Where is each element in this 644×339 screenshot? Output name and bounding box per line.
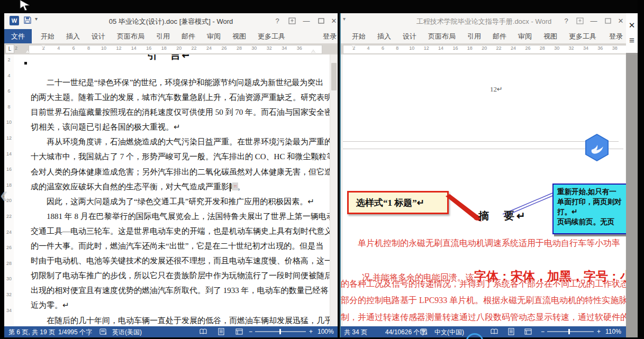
text-line: 的一件大事。而此时，燃油汽车还尚未“出世”，它是在二十世纪初才出现的。但是当	[31, 241, 330, 256]
hanging-indent-marker[interactable]	[25, 50, 30, 53]
ruler-number: 28	[535, 45, 549, 51]
zoom-slider[interactable]	[255, 331, 306, 332]
ruler-number: 2	[4, 57, 14, 73]
zoom-in-button[interactable]: +	[597, 328, 601, 335]
ruler-number: 30	[247, 45, 261, 51]
callout-line: 打。↵	[557, 207, 626, 217]
ruler-number: 24	[4, 230, 14, 245]
print-layout-icon[interactable]	[507, 328, 515, 335]
text-line: 交通工具—电动三轮车。这是世界电动车史的开端，也是机动车辆史上具有划时代意义	[31, 226, 330, 241]
help-icon[interactable]: ?	[560, 16, 572, 26]
zoom-out-button[interactable]: −	[541, 328, 545, 335]
right-document-page[interactable]: 12↵ 选样式“1 标题”↵ 摘 要↵ 重新开始,如只有一单面打印，两页则	[341, 54, 627, 326]
sign-in-link[interactable]: 登录	[609, 32, 623, 41]
back-chevron-icon[interactable]: ‹	[0, 184, 8, 205]
text-line: 目前世界石油蕴藏量按照现在的消耗速度仅可供使用 50 到 70 年。而石油与国家…	[31, 107, 330, 122]
tab-selector[interactable]: L	[5, 44, 14, 53]
ribbon-tab-list[interactable]: 开始插入设计页面布局引用邮件审阅视图更多工具	[346, 29, 602, 43]
right-indent-marker[interactable]	[311, 50, 315, 53]
thunder-download-icon[interactable]	[584, 134, 610, 161]
ribbon-tab: 开始	[35, 29, 60, 43]
left-document-page[interactable]: 引 言↵ 二十一世纪是“绿色环保”的世纪，环境保护和能源节约问题成为新世纪最为突…	[14, 54, 330, 326]
ruler-number: 6	[376, 45, 390, 51]
word-count[interactable]: 1/4995 个字	[58, 328, 92, 337]
zoom-slider-thumb[interactable]	[279, 329, 281, 334]
side-gray-strip	[626, 53, 638, 337]
ruler-number: 10	[96, 45, 111, 51]
svg-text:x: x	[425, 332, 428, 335]
ruler-number: 26	[216, 45, 231, 51]
text-line: 十大城市中，我国就占了 7 个，形势严峻可见一般。汽车排出的 CO、HC 和微尘…	[31, 152, 330, 167]
ribbon-tab: 邮件	[176, 29, 201, 43]
zoom-percentage[interactable]: 110%	[605, 328, 621, 335]
minimize-button[interactable]: —	[588, 16, 600, 26]
ribbon-tab-list[interactable]: 开始插入设计页面布局引用邮件审阅视图更多工具	[35, 29, 291, 43]
ruler-number: 26	[4, 245, 14, 261]
web-layout-icon[interactable]	[524, 328, 532, 335]
ruler-numbers: 24681012141618202224262830323436	[36, 45, 307, 51]
minimize-button[interactable]: —	[301, 16, 312, 26]
ribbon-display-options-icon[interactable]	[574, 16, 586, 26]
ruler-number: 4	[4, 73, 14, 89]
ruler-number: 14	[4, 151, 14, 167]
left-status-bar: 第 6 页, 共 19 页 1/4995 个字 x 英语(美国) − + 100…	[4, 326, 338, 337]
maximize-button[interactable]	[315, 16, 327, 26]
ribbon-tab: 页面布局	[422, 29, 461, 43]
zoom-in-button[interactable]: +	[309, 328, 313, 335]
page-indicator[interactable]: 第 6 页, 共 19 页	[8, 328, 55, 337]
text-line: 近为零。↵	[31, 300, 330, 315]
ruler-number: 38	[607, 45, 622, 51]
proofing-icon[interactable]: x	[99, 328, 108, 335]
language-indicator[interactable]: 中文(中国)	[434, 328, 464, 337]
maximize-button[interactable]	[602, 16, 614, 26]
file-tab[interactable]: 文件	[4, 29, 32, 43]
help-icon[interactable]: ?	[271, 16, 283, 26]
scrollbar-thumb[interactable]	[331, 63, 337, 90]
ribbon-tab: 视图	[226, 29, 252, 43]
ribbon-tab: 插入	[60, 29, 86, 43]
first-line-indent-marker[interactable]	[41, 45, 46, 48]
zoom-slider-thumb[interactable]	[568, 329, 570, 334]
zoom-slider[interactable]	[547, 331, 594, 332]
language-indicator[interactable]: 英语(美国)	[112, 328, 142, 337]
right-word-window: ▾ 工程技术学院毕业论文指导手册.docx - Word ? — ✕ 开始插入设…	[340, 13, 627, 337]
first-line-indent-marker[interactable]	[351, 45, 356, 48]
ruler-number: 8	[4, 104, 14, 120]
edit-mark: ⁙	[232, 182, 238, 190]
ruler-number: 10	[405, 45, 419, 51]
ruler-number: 22	[492, 45, 506, 51]
text-line: 切相关，该问题已引起各国的极大重视。↵	[31, 122, 330, 137]
cyan-callout: 重新开始,如只有一单面打印，两页则对打。↵页码续前页。无页	[552, 184, 627, 234]
ruler-number: 24	[202, 45, 216, 51]
zoom-out-button[interactable]: −	[249, 328, 252, 335]
read-mode-icon[interactable]	[199, 328, 207, 335]
print-layout-icon[interactable]	[217, 328, 225, 335]
text-line: 在随后的几十年间，电动车辆一直处于发展的低谷，而燃油车辆却发展迅猛，几乎	[31, 316, 330, 327]
ribbon-tab: 引用	[461, 29, 487, 43]
overlay-close-icon[interactable]: ✕	[626, 21, 638, 30]
right-horizontal-ruler[interactable]: 2468101214161820222426283032343638	[341, 43, 627, 54]
ribbon-tab: 更多工具	[563, 29, 602, 43]
ruler-number: 36	[292, 45, 306, 51]
left-ribbon-tabs: 文件 开始插入设计页面布局引用邮件审阅视图更多工具	[4, 29, 338, 43]
ribbon-tab: 引用	[150, 29, 176, 43]
close-button[interactable]: ✕	[328, 16, 340, 26]
page-indicator[interactable]: 共 34 页	[344, 328, 367, 337]
page-break-line	[343, 149, 623, 149]
ribbon-tab: 开始	[346, 29, 371, 43]
overlay-menu-icon[interactable]: ≡	[626, 35, 638, 46]
text-line: 出现的相对便宜且有速度优势的燃油汽车所取代。到了 1933 年，电动车的数量已经…	[31, 286, 330, 300]
proofing-icon[interactable]: x	[420, 328, 429, 335]
web-layout-icon[interactable]	[235, 328, 243, 335]
left-horizontal-ruler[interactable]: L 2 24681012141618202224262830323436	[4, 43, 338, 54]
ruler-number: 30	[4, 276, 14, 292]
page-break-line	[343, 141, 619, 142]
close-button[interactable]: ✕	[615, 16, 627, 26]
ruler-number: 32	[4, 292, 14, 308]
read-mode-icon[interactable]	[490, 328, 498, 335]
left-vertical-scrollbar[interactable]	[330, 54, 338, 326]
sign-in-link[interactable]: 登录	[323, 32, 337, 41]
ribbon-tab: 审阅	[201, 29, 226, 43]
ribbon-display-options-icon[interactable]	[286, 16, 298, 26]
zoom-percentage[interactable]: 100%	[318, 328, 334, 335]
